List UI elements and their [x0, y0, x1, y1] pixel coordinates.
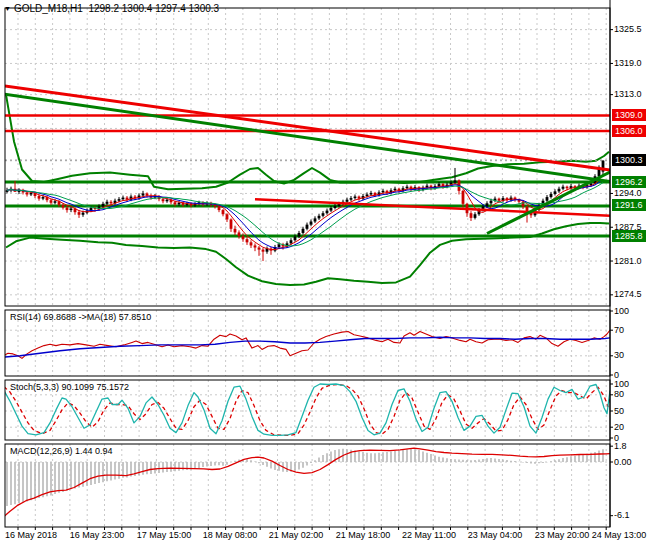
price-tick-label: 1319.0 — [614, 58, 642, 68]
rsi-indicator-label: RSI(14) 69.8688 ->MA(18) 57.8510 — [10, 312, 151, 322]
price-badge: 1285.8 — [612, 230, 646, 242]
main-chart-area[interactable] — [5, 8, 610, 306]
macd-tick-label: -6.1 — [614, 510, 630, 520]
price-tick-label: 1325.5 — [614, 24, 642, 34]
date-label: 22 May 11:00 — [402, 530, 456, 540]
macd-tick-label: 1.8 — [614, 441, 627, 451]
trading-chart-window: ▼GOLD_M18,H1 1298.2 1300.4 1297.4 1300.3… — [0, 0, 650, 550]
stoch-tick-label: 50 — [614, 406, 624, 416]
date-label: 23 May 04:00 — [468, 530, 523, 540]
symbol-dropdown-icon: ▼ — [4, 5, 11, 12]
date-label: 16 May 23:00 — [70, 530, 125, 540]
stoch-tick-label: 20 — [614, 422, 624, 432]
rsi-tick-label: 30 — [614, 350, 624, 360]
macd-indicator-label: MACD(12,26,9) 1.44 0.94 — [10, 446, 113, 456]
macd-panel[interactable] — [5, 444, 610, 527]
date-label: 16 May 2018 — [5, 530, 57, 540]
price-badge: 1300.3 — [612, 154, 646, 166]
date-label: 17 May 15:00 — [137, 530, 192, 540]
rsi-tick-label: 100 — [614, 306, 629, 316]
price-badge: 1296.2 — [612, 176, 646, 188]
chart-symbol: GOLD_M18,H1 — [14, 3, 83, 14]
date-label: 24 May 13:00 — [592, 530, 647, 540]
price-tick-label: 1313.0 — [614, 89, 642, 99]
date-label: 21 May 02:00 — [269, 530, 324, 540]
price-badge: 1306.0 — [612, 125, 646, 137]
date-label: 23 May 20:00 — [535, 530, 590, 540]
stoch-indicator-label: Stoch(5,3,3) 90.1099 75.1572 — [10, 382, 129, 392]
price-tick-label: 1274.5 — [614, 289, 642, 299]
date-label: 21 May 18:00 — [336, 530, 391, 540]
stoch-tick-label: 80 — [614, 389, 624, 399]
price-badge: 1309.0 — [612, 109, 646, 121]
date-label: 18 May 08:00 — [203, 530, 258, 540]
price-tick-label: 1281.0 — [614, 256, 642, 266]
stoch-tick-label: 100 — [614, 379, 629, 389]
rsi-tick-label: 70 — [614, 325, 624, 335]
price-tick-label: 1294.0 — [614, 188, 642, 198]
macd-tick-label: 0.00 — [614, 457, 632, 467]
chart-ohlc-values: 1298.2 1300.4 1297.4 1300.3 — [88, 3, 219, 14]
price-badge: 1291.6 — [612, 199, 646, 211]
chart-title: ▼GOLD_M18,H1 1298.2 1300.4 1297.4 1300.3 — [4, 3, 219, 14]
